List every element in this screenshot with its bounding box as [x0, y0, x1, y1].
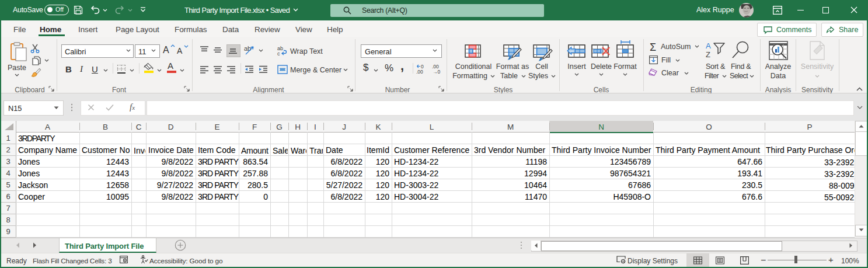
svg-text:→0: →0 — [433, 69, 441, 75]
svg-text:.00: .00 — [416, 69, 423, 75]
svg-text:Z: Z — [706, 50, 710, 59]
svg-text:c: c — [277, 51, 280, 57]
svg-text:A: A — [706, 41, 711, 50]
svg-text:ab: ab — [244, 45, 251, 52]
